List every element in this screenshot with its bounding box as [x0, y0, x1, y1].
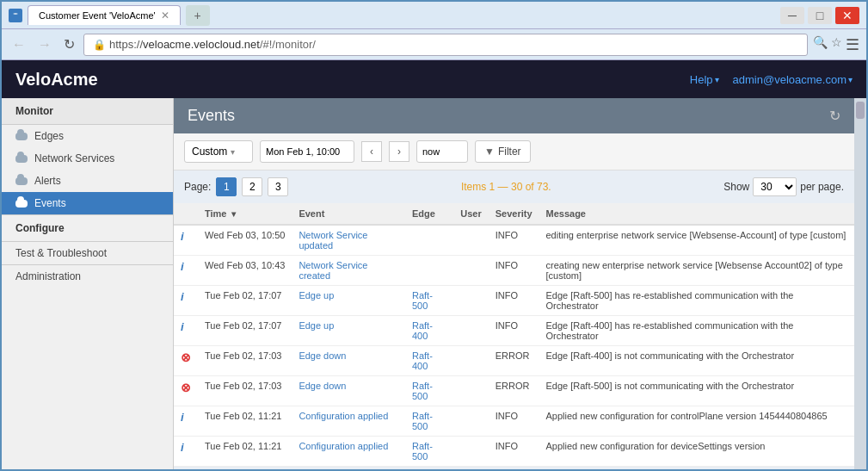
event-link[interactable]: Configuration applied — [299, 441, 388, 451]
event-link[interactable]: Edge up — [299, 290, 334, 301]
pagination-bar: Page: 1 2 3 Items 1 — 30 of 73. Show 30 … — [174, 170, 854, 203]
row-event[interactable]: Network Service updated — [292, 225, 405, 256]
minimize-button[interactable]: ─ — [780, 7, 804, 24]
row-status-icon: i — [174, 316, 198, 346]
sidebar-configure[interactable]: Configure — [2, 215, 173, 241]
date-from-input[interactable]: Mon Feb 1, 10:00 — [260, 140, 354, 163]
sidebar-item-alerts[interactable]: Alerts — [2, 170, 173, 192]
edge-link[interactable]: Raft-500 — [412, 290, 433, 311]
event-link[interactable]: Edge down — [299, 350, 346, 361]
items-info: Items 1 — 30 of 73. — [461, 181, 551, 193]
back-button[interactable]: ← — [9, 35, 29, 54]
event-link[interactable]: Network Service created — [299, 260, 367, 281]
page-title: Events — [188, 107, 235, 125]
edge-link[interactable]: Raft-400 — [412, 350, 433, 371]
col-time[interactable]: Time ▾ — [198, 203, 292, 225]
edge-link[interactable]: Raft-500 — [412, 411, 433, 431]
info-icon: i — [181, 260, 184, 273]
info-icon: i — [181, 441, 184, 454]
toolbar: Custom ▾ Mon Feb 1, 10:00 ‹ › now ▼ Filt… — [174, 133, 854, 170]
reload-button[interactable]: ↻ — [60, 34, 78, 54]
edge-link[interactable]: Raft-500 — [412, 441, 433, 462]
admin-menu-button[interactable]: admin@veloacme.com ▾ — [733, 73, 853, 86]
browser-tab[interactable]: Customer Event 'VeloAcme' ✕ — [28, 5, 181, 25]
row-event[interactable]: Edge down — [292, 376, 405, 406]
row-time: Wed Feb 03, 10:43 — [198, 256, 292, 286]
date-to-input[interactable]: now — [416, 140, 468, 163]
table-row: iTue Feb 02, 11:21Configuration appliedR… — [174, 437, 854, 467]
page-1-button[interactable]: 1 — [216, 177, 237, 196]
row-message: Edge [Raft-400] has re-established commu… — [539, 316, 855, 346]
new-tab-button[interactable]: + — [186, 5, 210, 26]
scroll-thumb[interactable] — [856, 102, 865, 119]
row-event[interactable]: Network Service created — [292, 256, 405, 286]
row-time: Tue Feb 02, 11:21 — [198, 406, 292, 437]
row-time: Tue Feb 02, 17:07 — [198, 286, 292, 316]
admin-chevron-icon: ▾ — [848, 75, 853, 84]
url-prefix: https:// — [109, 38, 143, 51]
scrollbar[interactable] — [854, 98, 866, 469]
table-row: iTue Feb 02, 17:07Edge upRaft-400INFOEdg… — [174, 316, 854, 346]
row-message: editing enterprise network service [Webs… — [539, 225, 855, 256]
date-prev-button[interactable]: ‹ — [361, 141, 382, 162]
event-link[interactable]: Edge up — [299, 320, 334, 331]
table-row: ⊗Tue Feb 02, 17:03Edge downRaft-400ERROR… — [174, 346, 854, 376]
row-message: Applied new configuration for controlPla… — [539, 406, 855, 437]
filter-label: Filter — [498, 146, 521, 158]
refresh-icon[interactable]: ↻ — [829, 108, 840, 124]
row-event[interactable]: Configuration applied — [292, 437, 405, 467]
forward-button[interactable]: → — [34, 35, 55, 54]
row-status-icon: i — [174, 256, 198, 286]
close-button[interactable]: ✕ — [835, 7, 859, 24]
time-range-dropdown[interactable]: Custom ▾ — [184, 140, 253, 163]
row-event[interactable]: Configuration applied — [292, 406, 405, 437]
event-link[interactable]: Edge down — [299, 381, 346, 391]
page-header: Events ↻ — [174, 98, 854, 133]
sidebar-item-network-services[interactable]: Network Services — [2, 147, 173, 170]
app-header-right: Help ▾ admin@veloacme.com ▾ — [690, 73, 853, 86]
row-edge — [405, 225, 453, 256]
date-next-button[interactable]: › — [389, 141, 409, 162]
maximize-button[interactable]: □ — [808, 7, 832, 24]
edge-link[interactable]: Raft-500 — [412, 381, 433, 401]
row-event[interactable]: Edge up — [292, 316, 405, 346]
bookmark-icon[interactable]: ☆ — [831, 35, 842, 54]
url-domain: veloacme.velocloud.net — [143, 38, 260, 51]
sidebar-item-events[interactable]: Events — [2, 192, 173, 214]
events-table: Time ▾ Event Edge User Severity Message — [174, 203, 854, 467]
event-link[interactable]: Configuration applied — [299, 411, 388, 421]
favicon — [9, 9, 22, 22]
col-edge: Edge — [405, 203, 453, 225]
address-bar[interactable]: 🔒 https://veloacme.velocloud.net/#!/moni… — [83, 34, 808, 56]
page-2-button[interactable]: 2 — [242, 177, 262, 196]
row-event[interactable]: Edge down — [292, 346, 405, 376]
row-edge: Raft-400 — [405, 316, 453, 346]
row-edge: Raft-500 — [405, 437, 453, 467]
filter-button[interactable]: ▼ Filter — [475, 140, 531, 163]
row-severity: INFO — [489, 286, 539, 316]
info-icon: i — [181, 290, 184, 303]
troubleshoot-label: Test & Troubleshoot — [15, 247, 107, 259]
search-icon[interactable]: 🔍 — [813, 35, 828, 54]
row-event[interactable]: Edge up — [292, 286, 405, 316]
show-label: Show — [723, 181, 749, 193]
table-row: ⊗Tue Feb 02, 17:03Edge downRaft-500ERROR… — [174, 376, 854, 406]
pagination-left: Page: 1 2 3 — [184, 177, 288, 196]
tab-close-button[interactable]: ✕ — [161, 9, 169, 22]
app-header: VeloAcme Help ▾ admin@veloacme.com ▾ — [2, 60, 866, 98]
sidebar-item-administration[interactable]: Administration — [2, 265, 173, 288]
row-edge — [405, 256, 453, 286]
page-3-button[interactable]: 3 — [268, 177, 288, 196]
sidebar-item-troubleshoot[interactable]: Test & Troubleshoot — [2, 242, 173, 264]
help-button[interactable]: Help ▾ — [690, 73, 719, 86]
per-page-select[interactable]: 30 50 100 — [753, 177, 797, 196]
dropdown-arrow-icon: ▾ — [231, 147, 235, 157]
sidebar-item-edges[interactable]: Edges — [2, 125, 173, 147]
col-user: User — [453, 203, 488, 225]
row-message: Edge [Raft-500] has re-established commu… — [539, 286, 855, 316]
event-link[interactable]: Network Service updated — [299, 230, 367, 251]
menu-icon[interactable]: ☰ — [846, 35, 859, 54]
edge-link[interactable]: Raft-400 — [412, 320, 433, 341]
info-icon: i — [181, 320, 184, 333]
error-icon: ⊗ — [181, 381, 191, 394]
